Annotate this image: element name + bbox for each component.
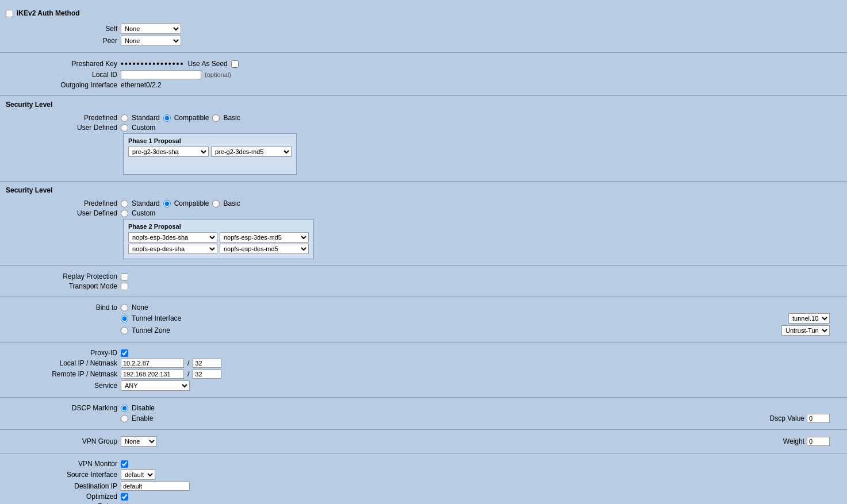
vpn-group-label: VPN Group — [6, 437, 121, 445]
service-select[interactable]: ANY TCP UDP — [121, 380, 190, 391]
destination-ip-label: Destination IP — [6, 482, 121, 490]
user-defined-2-label: User Defined — [6, 209, 121, 217]
user-defined-1-label: User Defined — [6, 124, 121, 132]
destination-ip-input[interactable] — [121, 482, 190, 491]
predefined-1-label: Predefined — [6, 114, 121, 122]
dscp-disable-radio[interactable] — [121, 405, 128, 412]
basic-1-radio[interactable] — [212, 114, 220, 122]
phase1-proposal-box: Phase 1 Proposal pre-g2-3des-sha pre-g2-… — [123, 133, 297, 175]
local-id-optional: (optional) — [205, 71, 231, 78]
basic-2-label: Basic — [223, 199, 240, 207]
weight-label: Weight — [783, 437, 804, 445]
self-label: Self — [6, 25, 121, 33]
custom-1-radio[interactable] — [121, 124, 128, 132]
basic-1-label: Basic — [223, 114, 240, 122]
phase2-row2-col2-select[interactable]: nopfs-esp-des-md5 nopfs-esp-des-sha — [220, 244, 309, 254]
tunnel-select[interactable]: tunnel.10 tunnel.1 — [788, 313, 830, 324]
predefined-2-label: Predefined — [6, 199, 121, 207]
proxy-id-label: Proxy-ID — [6, 349, 121, 357]
bind-tunnel-interface-radio[interactable] — [121, 315, 128, 322]
compatible-1-radio[interactable] — [163, 114, 171, 122]
source-interface-label: Source Interface — [6, 471, 121, 479]
basic-2-radio[interactable] — [212, 200, 220, 207]
compatible-2-label: Compatible — [174, 199, 209, 207]
preshared-key-label: Preshared Key — [6, 60, 121, 68]
bind-tunnel-zone-radio[interactable] — [121, 327, 128, 334]
standard-1-radio[interactable] — [121, 114, 128, 122]
local-id-input[interactable] — [121, 70, 201, 79]
outgoing-interface-value: ethernet0/2.2 — [121, 81, 162, 89]
standard-2-label: Standard — [132, 199, 160, 207]
vpn-monitor-label: VPN Monitor — [6, 460, 121, 468]
peer-select[interactable]: None RSA-Sig Pre-Shared Key — [121, 36, 181, 46]
phase1-row1-col2-select[interactable]: pre-g2-3des-md5 pre-g2-3des-sha — [211, 147, 292, 157]
weight-input[interactable] — [807, 437, 830, 446]
phase2-row1-col1-select[interactable]: nopfs-esp-3des-sha nopfs-esp-3des-md5 — [128, 232, 217, 243]
phase2-row2-col1-select[interactable]: nopfs-esp-des-sha nopfs-esp-des-md5 — [128, 244, 217, 254]
remote-ip-input[interactable] — [121, 370, 184, 379]
compatible-1-label: Compatible — [174, 114, 209, 122]
use-as-seed-checkbox[interactable] — [231, 60, 239, 68]
transport-mode-label: Transport Mode — [6, 282, 121, 290]
dscp-value-input[interactable] — [807, 414, 830, 423]
outgoing-interface-label: Outgoing Interface — [6, 81, 121, 89]
transport-mode-checkbox[interactable] — [121, 283, 128, 290]
bind-tunnel-zone-label: Tunnel Zone — [132, 326, 170, 334]
replay-protection-checkbox[interactable] — [121, 273, 128, 280]
phase2-row1-col2-select[interactable]: nopfs-esp-3des-md5 nopfs-esp-3des-sha — [220, 232, 309, 243]
phase2-proposal-box: Phase 2 Proposal nopfs-esp-3des-sha nopf… — [123, 219, 314, 259]
dscp-enable-label: Enable — [132, 414, 153, 422]
custom-1-label: Custom — [132, 124, 155, 132]
phase1-row1-col1-select[interactable]: pre-g2-3des-sha pre-g2-3des-md5 — [128, 147, 209, 157]
compatible-2-radio[interactable] — [163, 200, 171, 207]
dscp-enable-radio[interactable] — [121, 415, 128, 422]
optimized-checkbox[interactable] — [121, 493, 128, 501]
ikev2-checkbox[interactable] — [6, 10, 13, 17]
vpn-group-select[interactable]: None Group1 — [121, 436, 157, 447]
standard-2-radio[interactable] — [121, 200, 128, 207]
optimized-label: Optimized — [6, 493, 121, 501]
peer-label: Peer — [6, 37, 121, 45]
bind-none-label: None — [132, 303, 148, 311]
phase1-proposal-title: Phase 1 Proposal — [128, 137, 292, 144]
local-ip-netmask-input[interactable] — [193, 359, 221, 368]
custom-2-radio[interactable] — [121, 210, 128, 217]
dscp-value-label: Dscp Value — [770, 414, 804, 422]
source-interface-select[interactable]: default eth0 eth1 — [121, 470, 155, 480]
bind-tunnel-interface-label: Tunnel Interface — [132, 314, 181, 322]
custom-2-label: Custom — [132, 209, 155, 217]
local-ip-input[interactable] — [121, 359, 184, 368]
remote-ip-label: Remote IP / Netmask — [6, 370, 121, 378]
phase2-proposal-title: Phase 2 Proposal — [128, 223, 309, 230]
local-id-label: Local ID — [6, 71, 121, 79]
self-select[interactable]: None RSA-Sig Pre-Shared Key — [121, 24, 181, 34]
dscp-marking-label: DSCP Marking — [6, 404, 121, 412]
local-ip-slash: / — [187, 359, 189, 367]
remote-ip-slash: / — [187, 370, 189, 378]
service-label: Service — [6, 382, 121, 390]
zone-select[interactable]: Untrust-Tun Trust — [781, 325, 830, 336]
security-level-1-header: Security Level — [0, 98, 847, 110]
standard-1-label: Standard — [132, 114, 160, 122]
remote-ip-netmask-input[interactable] — [193, 370, 221, 379]
vpn-monitor-checkbox[interactable] — [121, 460, 128, 468]
use-as-seed-label: Use As Seed — [187, 60, 227, 68]
proxy-id-checkbox[interactable] — [121, 349, 128, 357]
security-level-2-header: Security Level — [0, 184, 847, 195]
ikev2-title: IKEv2 Auth Method — [17, 9, 80, 17]
dscp-disable-label: Disable — [132, 404, 155, 412]
replay-protection-label: Replay Protection — [6, 272, 121, 280]
bind-none-radio[interactable] — [121, 304, 128, 311]
bind-to-label: Bind to — [6, 303, 121, 311]
local-ip-label: Local IP / Netmask — [6, 359, 121, 367]
preshared-key-value: •••••••••••••••• — [121, 59, 184, 68]
